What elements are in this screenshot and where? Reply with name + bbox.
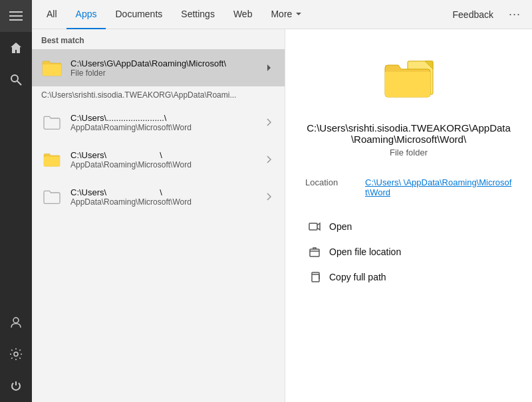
svg-point-5 (13, 318, 19, 323)
best-match-title: C:\Users\G\AppData\Roaming\Microsoft\ (70, 58, 261, 68)
svg-rect-10 (310, 249, 319, 256)
svg-rect-1 (9, 15, 23, 17)
open-file-location-label: Open file location (329, 247, 401, 257)
folder-outline-icon-3 (40, 185, 64, 209)
left-panel: Best match C:\Users\G\AppData\Roaming\Mi… (32, 29, 285, 402)
tab-apps[interactable]: Apps (66, 0, 106, 29)
result-title-1: C:\Users\........................\ (70, 113, 261, 123)
best-match-arrow (261, 60, 277, 76)
result-title-2a: C:\Users\\ (70, 150, 261, 160)
best-match-item[interactable]: C:\Users\G\AppData\Roaming\Microsoft\ Fi… (32, 49, 285, 86)
copy-full-path-action[interactable]: Copy full path (305, 265, 512, 289)
result-item-1[interactable]: C:\Users\........................\ AppDa… (32, 104, 285, 141)
user-icon[interactable] (0, 306, 32, 338)
folder-icon-best (40, 56, 64, 80)
detail-subtitle: File folder (390, 148, 428, 157)
detail-folder-icon (382, 56, 436, 109)
result-subtitle-2: AppData\Roaming\Microsoft\Word (70, 160, 261, 169)
right-panel: C:\Users\srishti.sisodia.TWEAKORG\AppDat… (285, 29, 532, 402)
tab-settings[interactable]: Settings (172, 0, 224, 29)
tab-more[interactable]: More (261, 0, 312, 29)
file-location-icon (308, 245, 321, 258)
location-row: Location C:\Users\ \AppData\Roaming\Micr… (305, 173, 512, 201)
settings-icon[interactable] (0, 338, 32, 370)
more-options-button[interactable]: ··· (503, 0, 527, 29)
best-match-text: C:\Users\G\AppData\Roaming\Microsoft\ Fi… (70, 58, 261, 78)
result-text-1: C:\Users\........................\ AppDa… (70, 113, 261, 132)
detail-title: C:\Users\srishti.sisodia.TWEAKORG\AppDat… (305, 122, 512, 145)
result-item-3[interactable]: C:\Users\\ AppData\Roaming\Microsoft\Wor… (32, 178, 285, 215)
detail-info: Location C:\Users\ \AppData\Roaming\Micr… (305, 173, 512, 201)
result-subtitle-1: AppData\Roaming\Microsoft\Word (70, 123, 261, 132)
tab-web[interactable]: Web (224, 0, 262, 29)
results-area: Best match C:\Users\G\AppData\Roaming\Mi… (32, 29, 532, 402)
result-arrow-2 (261, 151, 277, 167)
location-label: Location (305, 177, 365, 197)
svg-rect-2 (9, 19, 23, 21)
feedback-button[interactable]: Feedback (444, 0, 503, 29)
copy-icon (308, 270, 321, 284)
best-match-label: Best match (32, 29, 285, 49)
result-subtitle-3: AppData\Roaming\Microsoft\Word (70, 197, 261, 207)
open-file-location-action[interactable]: Open file location (305, 240, 512, 264)
search-icon[interactable] (0, 64, 32, 96)
folder-yellow-icon-2 (40, 148, 64, 171)
svg-line-4 (17, 81, 21, 85)
copy-full-path-label: Copy full path (329, 272, 386, 282)
open-action[interactable]: Open (305, 215, 512, 239)
main-content: All Apps Documents Settings Web More Fee… (32, 0, 532, 402)
folder-outline-icon-1 (40, 110, 64, 134)
open-label: Open (329, 221, 352, 232)
power-icon[interactable] (0, 370, 32, 402)
sidebar (0, 0, 32, 402)
result-text-2: C:\Users\\ AppData\Roaming\Microsoft\Wor… (70, 150, 261, 169)
svg-rect-11 (312, 274, 319, 282)
result-arrow-1 (261, 114, 277, 130)
hamburger-icon[interactable] (0, 0, 32, 32)
svg-point-3 (11, 75, 18, 82)
section-path: C:\Users\srishti.sisodia.TWEAKORG\AppDat… (32, 86, 285, 104)
svg-point-6 (14, 352, 18, 356)
top-nav: All Apps Documents Settings Web More Fee… (32, 0, 532, 29)
home-icon[interactable] (0, 32, 32, 64)
svg-rect-0 (9, 11, 23, 13)
svg-rect-9 (309, 223, 317, 230)
best-match-subtitle: File folder (70, 68, 261, 78)
tab-all[interactable]: All (37, 0, 66, 29)
location-value[interactable]: C:\Users\ \AppData\Roaming\Microsoft\Wor… (365, 177, 512, 197)
result-arrow-3 (261, 189, 277, 205)
result-title-3a: C:\Users\\ (70, 187, 261, 197)
result-text-3: C:\Users\\ AppData\Roaming\Microsoft\Wor… (70, 187, 261, 207)
tab-documents[interactable]: Documents (106, 0, 172, 29)
open-icon (308, 220, 321, 233)
result-item-2[interactable]: C:\Users\\ AppData\Roaming\Microsoft\Wor… (32, 141, 285, 178)
detail-actions: Open Open file location (305, 215, 512, 289)
